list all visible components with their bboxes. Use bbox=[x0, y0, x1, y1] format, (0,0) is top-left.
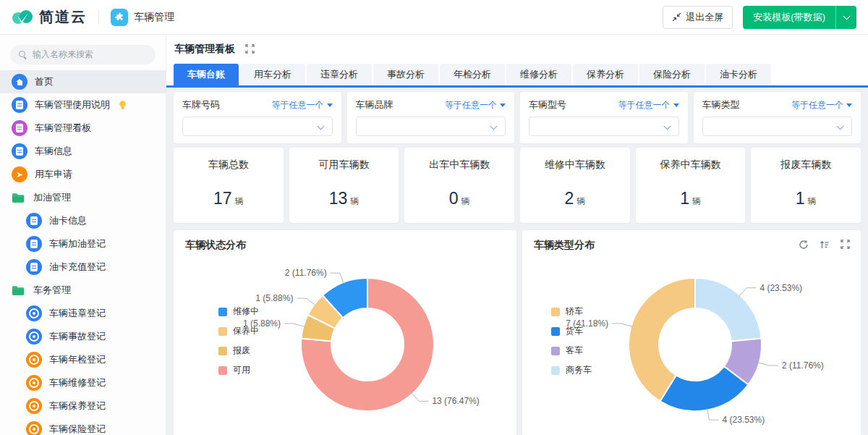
target-icon bbox=[26, 305, 42, 321]
filter-plate-number: 车牌号码 等于任意一个 bbox=[174, 92, 341, 143]
sidebar-item-label: 车辆维修登记 bbox=[49, 376, 106, 389]
sidebar-item-label: 车辆管理看板 bbox=[35, 122, 91, 135]
stat-label: 保养中车辆数 bbox=[636, 159, 746, 172]
app-name: 车辆管理 bbox=[134, 11, 174, 24]
slice-label: 2 (11.76%) bbox=[285, 268, 327, 278]
filter-select-0[interactable] bbox=[182, 117, 333, 136]
stat-value: 1 bbox=[680, 189, 689, 208]
triangle-down-icon bbox=[327, 104, 333, 107]
sidebar-item-label: 车辆事故登记 bbox=[49, 330, 106, 343]
stat-cards: 车辆总数 17辆 可用车辆数 13辆 出车中车辆数 0辆 维修中车辆数 2辆 保… bbox=[174, 148, 861, 223]
label-leader-line bbox=[612, 324, 632, 326]
stat-label: 出车中车辆数 bbox=[404, 159, 514, 172]
tab-repair-analysis[interactable]: 维修分析 bbox=[506, 64, 571, 85]
sidebar-item-fuel-card-recharge[interactable]: 油卡充值登记 bbox=[0, 255, 166, 279]
vehicle-type-chart-card: 车辆类型分布 bbox=[522, 230, 861, 435]
filter-row: 车牌号码 等于任意一个 车辆品牌 等于任意一个 车辆型号 等于任意一个 bbox=[174, 92, 861, 143]
divider bbox=[98, 10, 99, 25]
slice-label: 1 (5.88%) bbox=[243, 318, 281, 329]
filter-select-1[interactable] bbox=[356, 117, 506, 136]
stat-scrapped-vehicles: 报废车辆数 1辆 bbox=[751, 148, 861, 223]
sort-filter-icon[interactable] bbox=[820, 240, 830, 250]
search-icon bbox=[19, 51, 27, 59]
document-icon bbox=[12, 97, 27, 113]
slice-label: 1 (5.88%) bbox=[255, 293, 293, 303]
sidebar-item-vehicle-info[interactable]: 车辆信息 bbox=[0, 140, 166, 163]
stat-total-vehicles: 车辆总数 17辆 bbox=[174, 148, 284, 223]
install-template-label[interactable]: 安装模板(带数据) bbox=[743, 6, 835, 29]
brand-name: 简道云 bbox=[39, 7, 87, 27]
tab-inspection-analysis[interactable]: 年检分析 bbox=[440, 64, 505, 85]
sidebar-item-label: 油卡信息 bbox=[49, 214, 87, 227]
tab-insurance-analysis[interactable]: 保险分析 bbox=[639, 64, 705, 85]
chevron-down-icon bbox=[490, 123, 498, 130]
filter-operator-dropdown[interactable]: 等于任意一个 bbox=[618, 99, 679, 111]
sidebar-item-vehicle-request[interactable]: ➤ 用车申请 bbox=[0, 163, 166, 186]
sidebar-item-fuel-card-info[interactable]: 油卡信息 bbox=[0, 209, 166, 232]
target-icon bbox=[26, 398, 42, 414]
search-input[interactable]: 输入名称来搜索 bbox=[10, 45, 156, 64]
document-icon bbox=[26, 259, 42, 275]
slice-label: 13 (76.47%) bbox=[432, 396, 479, 406]
sidebar-item-vehicle-dashboard[interactable]: 车辆管理看板 bbox=[0, 117, 166, 140]
triangle-down-icon bbox=[500, 104, 506, 107]
filter-operator-dropdown[interactable]: 等于任意一个 bbox=[272, 99, 333, 111]
stat-label: 报废车辆数 bbox=[751, 159, 861, 172]
stat-unit: 辆 bbox=[808, 196, 817, 206]
fullscreen-icon[interactable] bbox=[245, 44, 255, 54]
filter-select-3[interactable] bbox=[702, 117, 853, 136]
sidebar-item-insurance-record[interactable]: 车辆保险登记 bbox=[0, 418, 166, 435]
sidebar-group-label: 加油管理 bbox=[33, 191, 71, 204]
sidebar-group-vehicle-affairs[interactable]: 车务管理 bbox=[0, 279, 166, 302]
label-leader-line bbox=[758, 363, 778, 366]
tab-maintenance-analysis[interactable]: 保养分析 bbox=[573, 64, 638, 85]
dashboard-tabs: 车辆台账 用车分析 违章分析 事故分析 年检分析 维修分析 保养分析 保险分析 … bbox=[166, 64, 868, 85]
filter-model: 车辆型号 等于任意一个 bbox=[520, 92, 688, 143]
sidebar-item-repair-record[interactable]: 车辆维修登记 bbox=[0, 371, 166, 394]
chart-title: 车辆状态分布 bbox=[185, 239, 246, 252]
sidebar-item-maintenance-record[interactable]: 车辆保养登记 bbox=[0, 394, 166, 418]
tab-vehicle-ledger[interactable]: 车辆台账 bbox=[174, 64, 239, 85]
exit-fullscreen-button[interactable]: 退出全屏 bbox=[663, 6, 733, 29]
stat-maintaining-vehicles: 保养中车辆数 1辆 bbox=[636, 148, 746, 223]
dashboard-icon bbox=[12, 120, 27, 136]
chevron-down-icon bbox=[837, 123, 844, 130]
install-template-dropdown[interactable] bbox=[836, 6, 856, 29]
chart-toolbar bbox=[799, 240, 851, 250]
sidebar-group-fuel-management[interactable]: 加油管理 bbox=[0, 186, 166, 209]
tab-accident-analysis[interactable]: 事故分析 bbox=[373, 64, 438, 85]
stat-value: 1 bbox=[796, 189, 805, 208]
filter-operator-dropdown[interactable]: 等于任意一个 bbox=[445, 99, 506, 111]
tab-fuel-card-analysis[interactable]: 油卡分析 bbox=[706, 64, 771, 85]
send-icon: ➤ bbox=[12, 166, 27, 182]
target-icon bbox=[26, 329, 42, 345]
app-chip[interactable]: 车辆管理 bbox=[111, 9, 174, 26]
target-icon bbox=[26, 352, 42, 368]
stat-unit: 辆 bbox=[350, 196, 359, 206]
chart-row: 车辆状态分布 维修中保养中报废可用 13 (76.47%)1 (5.88%)1 … bbox=[174, 230, 861, 435]
stat-value: 2 bbox=[564, 189, 574, 208]
chevron-down-icon bbox=[663, 123, 671, 130]
sidebar-item-usage-guide[interactable]: 车辆管理使用说明 bbox=[0, 93, 166, 117]
sidebar-item-accident-record[interactable]: 车辆事故登记 bbox=[0, 325, 166, 348]
filter-operator-dropdown[interactable]: 等于任意一个 bbox=[791, 99, 852, 111]
sidebar-item-home[interactable]: 首页 bbox=[0, 70, 166, 93]
sidebar-item-violation-record[interactable]: 车辆违章登记 bbox=[0, 302, 166, 325]
stat-unit: 辆 bbox=[461, 196, 470, 206]
sidebar-item-label: 车辆保养登记 bbox=[49, 400, 106, 413]
filter-select-2[interactable] bbox=[529, 117, 679, 136]
tab-usage-analysis[interactable]: 用车分析 bbox=[240, 64, 305, 85]
search-placeholder: 输入名称来搜索 bbox=[33, 48, 93, 61]
sidebar-item-refuel-record[interactable]: 车辆加油登记 bbox=[0, 232, 166, 255]
tab-violation-analysis[interactable]: 违章分析 bbox=[307, 64, 372, 85]
folder-icon bbox=[12, 284, 26, 297]
sidebar-item-inspection-record[interactable]: 车辆年检登记 bbox=[0, 348, 166, 371]
expand-icon[interactable] bbox=[841, 240, 851, 250]
sidebar-item-label: 车辆保险登记 bbox=[49, 423, 106, 435]
stat-value: 17 bbox=[213, 189, 232, 208]
slice-label: 7 (41.18%) bbox=[566, 318, 608, 329]
install-template-button[interactable]: 安装模板(带数据) bbox=[743, 6, 856, 29]
stat-out-vehicles: 出车中车辆数 0辆 bbox=[404, 148, 514, 223]
pie-slice[interactable] bbox=[695, 278, 762, 341]
refresh-icon[interactable] bbox=[799, 240, 809, 250]
